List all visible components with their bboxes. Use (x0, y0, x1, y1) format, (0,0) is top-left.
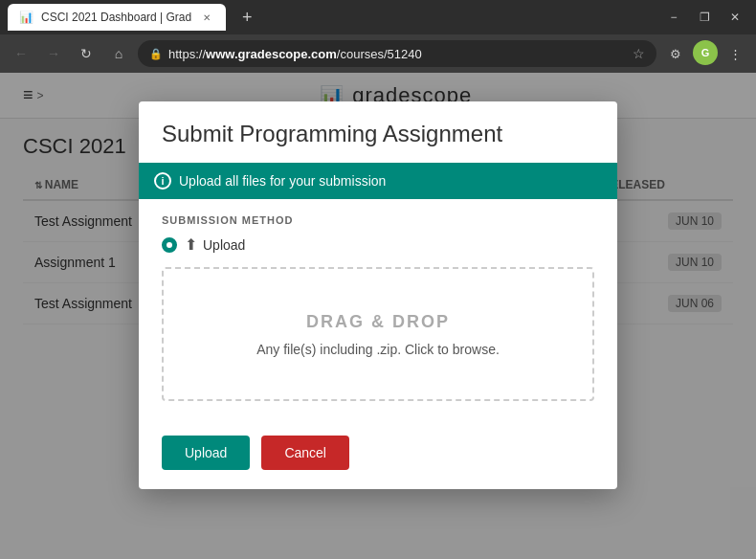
upload-option[interactable]: ⬆ Upload (162, 235, 594, 254)
modal-info-bar: i Upload all files for your submission (139, 163, 617, 199)
page-content: ≡ > 📊 gradescope CSCI 2021 ⇅ NAME RELEAS… (0, 73, 756, 559)
drag-drop-text: DRAG & DROP (306, 312, 450, 332)
browser-actions: ⚙ G ⋮ (662, 40, 748, 67)
window-minimize-button[interactable]: − (660, 4, 687, 31)
upload-button[interactable]: Upload (162, 436, 250, 470)
submit-modal: Submit Programming Assignment i Upload a… (139, 101, 617, 489)
new-tab-button[interactable]: + (233, 4, 260, 31)
modal-body: SUBMISSION METHOD ⬆ Upload DRAG & DROP A… (139, 199, 617, 436)
modal-header: Submit Programming Assignment (139, 101, 617, 163)
info-icon: i (154, 172, 171, 190)
url-domain: www.gradescope.com (206, 47, 337, 61)
menu-button[interactable]: ⋮ (722, 40, 748, 67)
browser-addressbar: ← → ↻ ⌂ 🔒 https://www.gradescope.com/cou… (0, 34, 756, 73)
extensions-button[interactable]: ⚙ (662, 40, 689, 67)
tab-favicon-icon: 📊 (19, 11, 33, 24)
user-avatar-button[interactable]: G (693, 40, 718, 65)
info-bar-text: Upload all files for your submission (179, 173, 386, 189)
modal-overlay: Submit Programming Assignment i Upload a… (0, 73, 756, 559)
modal-title: Submit Programming Assignment (162, 121, 594, 147)
drag-drop-hint: Any file(s) including .zip. Click to bro… (256, 342, 500, 357)
back-button[interactable]: ← (8, 40, 34, 67)
home-button[interactable]: ⌂ (105, 40, 132, 67)
upload-arrow-icon: ⬆ (185, 235, 197, 254)
upload-option-label: ⬆ Upload (185, 235, 245, 254)
file-dropzone[interactable]: DRAG & DROP Any file(s) including .zip. … (162, 267, 594, 401)
window-close-button[interactable]: ✕ (722, 4, 748, 31)
browser-titlebar: 📊 CSCI 2021 Dashboard | Grad ✕ + − ❐ ✕ (0, 0, 756, 34)
window-restore-button[interactable]: ❐ (691, 4, 718, 31)
forward-button[interactable]: → (40, 40, 67, 67)
address-url-text: https://www.gradescope.com/courses/51240 (168, 47, 627, 61)
modal-footer: Upload Cancel (139, 436, 617, 489)
submission-method-label: SUBMISSION METHOD (162, 214, 594, 226)
tab-title: CSCI 2021 Dashboard | Grad (41, 11, 191, 24)
reload-button[interactable]: ↻ (73, 40, 100, 67)
bookmark-icon[interactable]: ☆ (633, 46, 645, 61)
radio-inner (167, 242, 172, 248)
address-bar[interactable]: 🔒 https://www.gradescope.com/courses/512… (138, 40, 656, 67)
browser-tab[interactable]: 📊 CSCI 2021 Dashboard | Grad ✕ (8, 4, 226, 31)
tab-close-button[interactable]: ✕ (199, 10, 214, 25)
window-controls: − ❐ ✕ (660, 4, 748, 31)
cancel-button[interactable]: Cancel (261, 436, 349, 470)
upload-radio[interactable] (162, 237, 177, 253)
lock-icon: 🔒 (149, 48, 163, 60)
